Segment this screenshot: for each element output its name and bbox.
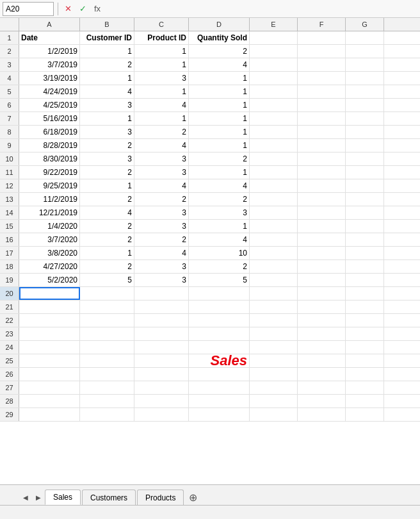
row-number[interactable]: 7 <box>0 112 19 125</box>
cell-16-A[interactable]: 3/7/2020 <box>19 233 80 246</box>
cell-19-E[interactable] <box>250 274 298 286</box>
cell-17-D[interactable]: 10 <box>189 247 250 260</box>
grid-body[interactable]: 1DateCustomer IDProduct IDQuantity Sold2… <box>0 31 420 484</box>
cell-11-E[interactable] <box>250 166 298 179</box>
cell-27-F[interactable] <box>298 381 346 394</box>
cell-6-E[interactable] <box>250 99 298 111</box>
cell-10-B[interactable]: 3 <box>80 152 134 165</box>
cell-19-B[interactable]: 5 <box>80 274 134 286</box>
cell-20-F[interactable] <box>298 287 346 300</box>
cell-3-D[interactable]: 4 <box>189 58 250 71</box>
cell-4-D[interactable]: 1 <box>189 72 250 85</box>
cell-20-D[interactable] <box>189 287 250 300</box>
row-number[interactable]: 3 <box>0 58 19 71</box>
table-row[interactable]: 43/19/2019131 <box>0 72 420 85</box>
cell-1-A[interactable]: Date <box>19 31 80 44</box>
cell-3-G[interactable] <box>346 58 384 71</box>
table-row[interactable]: 27 <box>0 381 420 395</box>
cell-12-F[interactable] <box>298 179 346 192</box>
cell-23-C[interactable] <box>134 327 189 340</box>
tab-scroll-left[interactable]: ◀ <box>19 490 32 505</box>
cell-8-C[interactable]: 2 <box>134 126 189 138</box>
table-row[interactable]: 195/2/2020535 <box>0 274 420 287</box>
table-row[interactable]: 98/28/2019241 <box>0 139 420 152</box>
cell-3-C[interactable]: 1 <box>134 58 189 71</box>
cell-27-E[interactable] <box>250 381 298 394</box>
cell-19-A[interactable]: 5/2/2020 <box>19 274 80 286</box>
cell-21-C[interactable] <box>134 301 189 313</box>
cell-14-E[interactable] <box>250 206 298 219</box>
cell-25-C[interactable] <box>134 354 189 367</box>
cell-10-D[interactable]: 2 <box>189 152 250 165</box>
cell-21-F[interactable] <box>298 301 346 313</box>
cell-22-A[interactable] <box>19 314 80 327</box>
cell-3-A[interactable]: 3/7/2019 <box>19 58 80 71</box>
cell-17-B[interactable]: 1 <box>80 247 134 260</box>
table-row[interactable]: 64/25/2019341 <box>0 99 420 112</box>
cell-26-A[interactable] <box>19 368 80 381</box>
cell-27-B[interactable] <box>80 381 134 394</box>
cell-12-A[interactable]: 9/25/2019 <box>19 179 80 192</box>
cell-9-D[interactable]: 1 <box>189 139 250 152</box>
row-number[interactable]: 25 <box>0 354 19 367</box>
cell-15-B[interactable]: 2 <box>80 220 134 233</box>
fx-button[interactable]: fx <box>92 4 103 13</box>
cell-10-A[interactable]: 8/30/2019 <box>19 152 80 165</box>
row-number[interactable]: 5 <box>0 85 19 98</box>
cell-26-F[interactable] <box>298 368 346 381</box>
cell-12-E[interactable] <box>250 179 298 192</box>
cell-14-A[interactable]: 12/21/2019 <box>19 206 80 219</box>
table-row[interactable]: 184/27/2020232 <box>0 260 420 274</box>
cell-22-B[interactable] <box>80 314 134 327</box>
cell-5-G[interactable] <box>346 85 384 98</box>
cell-29-E[interactable] <box>250 408 298 421</box>
cell-26-G[interactable] <box>346 368 384 381</box>
cell-16-F[interactable] <box>298 233 346 246</box>
cell-11-C[interactable]: 3 <box>134 166 189 179</box>
table-row[interactable]: 29 <box>0 408 420 422</box>
cell-23-F[interactable] <box>298 327 346 340</box>
cell-20-G[interactable] <box>346 287 384 300</box>
cell-14-D[interactable]: 3 <box>189 206 250 219</box>
col-header-b[interactable]: B <box>80 18 134 31</box>
col-header-a[interactable]: A <box>19 18 80 31</box>
cell-13-F[interactable] <box>298 193 346 206</box>
cell-15-A[interactable]: 1/4/2020 <box>19 220 80 233</box>
table-row[interactable]: 21/2/2019112 <box>0 45 420 58</box>
row-number[interactable]: 11 <box>0 166 19 179</box>
cell-11-G[interactable] <box>346 166 384 179</box>
cell-18-F[interactable] <box>298 260 346 273</box>
cell-16-E[interactable] <box>250 233 298 246</box>
cell-24-G[interactable] <box>346 341 384 354</box>
cell-9-B[interactable]: 2 <box>80 139 134 152</box>
cell-5-C[interactable]: 1 <box>134 85 189 98</box>
cell-16-G[interactable] <box>346 233 384 246</box>
table-row[interactable]: 108/30/2019332 <box>0 152 420 166</box>
cell-26-D[interactable] <box>189 368 250 381</box>
row-number[interactable]: 10 <box>0 152 19 165</box>
cell-1-C[interactable]: Product ID <box>134 31 189 44</box>
table-row[interactable]: 20 <box>0 287 420 301</box>
col-header-f[interactable]: F <box>298 18 346 31</box>
cell-28-E[interactable] <box>250 395 298 408</box>
cell-1-B[interactable]: Customer ID <box>80 31 134 44</box>
confirm-formula-button[interactable]: ✓ <box>77 4 89 13</box>
cell-14-C[interactable]: 3 <box>134 206 189 219</box>
row-number[interactable]: 2 <box>0 45 19 58</box>
cell-23-D[interactable] <box>189 327 250 340</box>
cell-20-B[interactable] <box>80 287 134 300</box>
cell-21-A[interactable] <box>19 301 80 313</box>
cell-22-D[interactable] <box>189 314 250 327</box>
cell-15-G[interactable] <box>346 220 384 233</box>
cell-12-C[interactable]: 4 <box>134 179 189 192</box>
table-row[interactable]: 24 <box>0 341 420 354</box>
table-row[interactable]: 86/18/2019321 <box>0 126 420 139</box>
cell-4-A[interactable]: 3/19/2019 <box>19 72 80 85</box>
cell-17-F[interactable] <box>298 247 346 260</box>
cell-19-F[interactable] <box>298 274 346 286</box>
cell-13-A[interactable]: 11/2/2019 <box>19 193 80 206</box>
cell-15-D[interactable]: 1 <box>189 220 250 233</box>
col-header-g[interactable]: G <box>346 18 384 31</box>
cell-10-F[interactable] <box>298 152 346 165</box>
cell-22-E[interactable] <box>250 314 298 327</box>
